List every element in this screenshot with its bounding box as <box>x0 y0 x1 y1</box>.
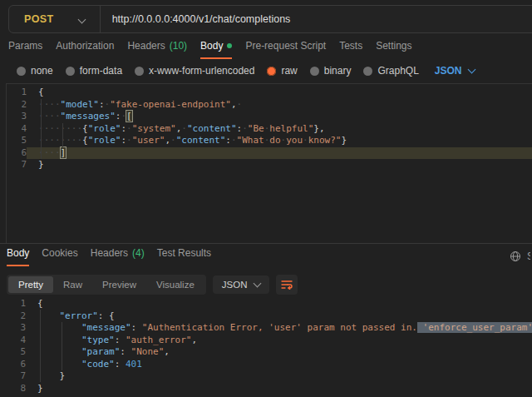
response-tab-headers[interactable]: Headers(4) <box>91 247 145 266</box>
code-line-5[interactable]: 5········{"role":·"user",·"content":·"Wh… <box>7 135 532 147</box>
tab-label: Params <box>8 40 42 52</box>
radio-icon <box>66 67 75 76</box>
tab-label: Body <box>7 247 29 259</box>
request-tabs: ParamsAuthorizationHeaders(10)BodyPre-re… <box>8 40 412 59</box>
tab-label: Pre-request Script <box>245 40 326 52</box>
tab-label: Headers <box>91 247 128 259</box>
url-input[interactable]: http://0.0.0.0:4000/v1/chat/completions <box>112 13 291 25</box>
code-line-4[interactable]: 4········{"role":·"system",·"content":·"… <box>7 123 532 136</box>
indent-guide <box>40 310 41 382</box>
tab-authorization[interactable]: Authorization <box>56 40 114 59</box>
code-line-8[interactable]: 8} <box>6 383 532 395</box>
globe-icon[interactable] <box>510 251 521 262</box>
status-text-clipped: S <box>527 251 530 262</box>
radio-label: raw <box>281 65 297 77</box>
view-raw[interactable]: Raw <box>53 276 92 293</box>
indent-guide <box>41 99 42 159</box>
radio-label: x-www-form-urlencoded <box>149 65 254 77</box>
divider <box>100 6 101 32</box>
tab-settings[interactable]: Settings <box>376 40 411 59</box>
tab-count-badge: (4) <box>132 247 145 259</box>
line-number: 7 <box>6 370 26 383</box>
tab-label: Body <box>200 40 223 52</box>
line-number: 2 <box>6 310 26 323</box>
response-divider <box>0 243 532 244</box>
view-pretty[interactable]: Pretty <box>8 276 53 293</box>
radio-label: none <box>31 65 53 77</box>
response-tab-body[interactable]: Body <box>7 247 29 266</box>
code-line-6[interactable]: 6····] <box>7 147 532 160</box>
code-line-3[interactable]: 3 "message": "Authentication Error, 'use… <box>6 322 532 335</box>
method-dropdown[interactable]: POST <box>9 13 54 25</box>
tab-pre-request-script[interactable]: Pre-request Script <box>245 40 326 59</box>
view-preview[interactable]: Preview <box>92 276 146 293</box>
tab-label: Authorization <box>56 40 114 52</box>
radio-label: form-data <box>80 65 122 77</box>
line-number: 6 <box>7 147 27 160</box>
body-type-x-www-form-urlencoded[interactable]: x-www-form-urlencoded <box>135 65 254 77</box>
tab-body[interactable]: Body <box>200 40 232 59</box>
response-tab-test-results[interactable]: Test Results <box>157 247 211 266</box>
code-line-4[interactable]: 4 "type": "auth_error", <box>6 335 532 347</box>
tab-params[interactable]: Params <box>8 40 42 59</box>
radio-icon <box>17 67 26 76</box>
indent-guide <box>62 123 63 147</box>
code-line-7[interactable]: 7} <box>7 159 532 171</box>
body-type-row: noneform-datax-www-form-urlencodedrawbin… <box>17 65 475 77</box>
tab-headers[interactable]: Headers(10) <box>127 40 187 59</box>
tab-label: Cookies <box>42 247 77 259</box>
body-type-raw[interactable]: raw <box>267 65 297 77</box>
radio-label: binary <box>324 65 352 77</box>
line-number: 6 <box>6 359 26 371</box>
code-line-2[interactable]: 2····"model":·"fake-openai-endpoint",· <box>7 99 532 112</box>
tab-label: Tests <box>339 40 362 52</box>
line-number: 1 <box>6 298 26 310</box>
view-visualize[interactable]: Visualize <box>146 276 204 293</box>
radio-icon <box>363 67 372 76</box>
code-line-7[interactable]: 7 } <box>6 370 532 383</box>
response-tab-cookies[interactable]: Cookies <box>42 247 77 266</box>
radio-label: GraphQL <box>377 65 418 77</box>
indent-guide <box>62 322 62 370</box>
response-tabs: BodyCookiesHeaders(4)Test Results <box>7 247 211 266</box>
response-header-right: S <box>510 251 530 262</box>
code-line-1[interactable]: 1{ <box>6 298 532 310</box>
line-number: 8 <box>6 383 26 395</box>
request-body-editor[interactable]: 1{2····"model":·"fake-openai-endpoint",·… <box>6 83 532 244</box>
radio-icon <box>267 67 276 76</box>
body-language-dropdown[interactable]: JSON <box>435 65 475 77</box>
view-mode-segmented-control: PrettyRawPreviewVisualize <box>7 275 206 295</box>
body-type-none[interactable]: none <box>17 65 53 77</box>
tab-tests[interactable]: Tests <box>339 40 362 59</box>
response-body-editor[interactable]: 1{2 "error": {3 "message": "Authenticati… <box>6 295 532 397</box>
line-number: 5 <box>7 135 27 147</box>
chevron-down-icon <box>254 280 262 288</box>
body-type-graphql[interactable]: GraphQL <box>363 65 418 77</box>
code-line-5[interactable]: 5 "param": "None", <box>6 346 532 359</box>
wrap-text-button[interactable] <box>276 275 298 295</box>
body-type-form-data[interactable]: form-data <box>66 65 122 77</box>
line-number: 1 <box>7 87 27 99</box>
request-url-bar: POST http://0.0.0.0:4000/v1/chat/complet… <box>8 5 532 33</box>
radio-icon <box>310 67 319 76</box>
line-number: 3 <box>6 322 26 335</box>
tab-count-badge: (10) <box>170 40 187 52</box>
wrap-text-icon <box>281 280 293 290</box>
radio-icon <box>135 67 144 76</box>
chevron-down-icon <box>467 66 475 74</box>
code-line-1[interactable]: 1{ <box>7 87 532 99</box>
response-toolbar: PrettyRawPreviewVisualize JSON <box>7 275 298 295</box>
line-number: 3 <box>7 111 27 123</box>
body-language-label: JSON <box>435 65 462 77</box>
body-type-binary[interactable]: binary <box>310 65 352 77</box>
code-line-6[interactable]: 6 "code": 401 <box>6 359 532 371</box>
tab-label: Settings <box>376 40 411 52</box>
response-language-label: JSON <box>222 280 248 290</box>
code-line-3[interactable]: 3····"messages":·[ <box>7 111 532 123</box>
line-number: 4 <box>7 123 27 136</box>
green-dot-icon <box>227 43 232 48</box>
code-line-2[interactable]: 2 "error": { <box>6 310 532 323</box>
chevron-down-icon[interactable] <box>77 15 86 23</box>
line-number: 7 <box>7 159 27 171</box>
response-language-dropdown[interactable]: JSON <box>213 275 270 294</box>
